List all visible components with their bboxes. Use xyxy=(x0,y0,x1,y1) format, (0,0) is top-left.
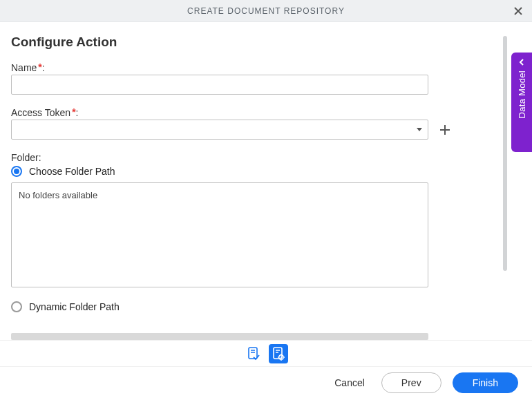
radio-icon-unchecked xyxy=(11,301,22,312)
folder-label: Folder: xyxy=(11,152,518,163)
required-asterisk: * xyxy=(38,61,41,73)
disabled-strip xyxy=(11,333,428,340)
folder-list-box[interactable]: No folders available xyxy=(11,182,428,287)
field-name: Name*: xyxy=(11,62,518,95)
plus-icon xyxy=(439,124,451,136)
document-check-button[interactable] xyxy=(244,344,263,363)
folder-empty-text: No folders available xyxy=(19,190,97,200)
dynamic-folder-path-label: Dynamic Folder Path xyxy=(29,301,120,312)
cancel-button[interactable]: Cancel xyxy=(329,373,370,392)
field-folder: Folder: Choose Folder Path No folders av… xyxy=(11,152,518,312)
radio-choose-folder-path[interactable]: Choose Folder Path xyxy=(11,166,518,177)
document-check-icon xyxy=(246,346,261,361)
choose-folder-path-label: Choose Folder Path xyxy=(29,166,115,177)
close-button[interactable] xyxy=(511,4,525,18)
svg-point-7 xyxy=(281,357,282,358)
radio-dynamic-folder-path[interactable]: Dynamic Folder Path xyxy=(11,301,518,312)
required-asterisk: * xyxy=(72,106,75,117)
mid-toolbar xyxy=(0,340,532,366)
name-label: Name xyxy=(11,62,37,73)
access-token-label: Access Token xyxy=(11,107,70,118)
svg-rect-4 xyxy=(249,348,257,359)
close-icon xyxy=(513,6,523,16)
radio-icon-checked xyxy=(11,166,22,177)
dialog-title: CREATE DOCUMENT REPOSITORY xyxy=(187,6,345,16)
content-area: Configure Action Name*: Access Token*: F… xyxy=(0,22,532,340)
access-token-select[interactable] xyxy=(11,120,428,140)
access-token-label-row: Access Token*: xyxy=(11,107,518,118)
chevron-down-icon xyxy=(417,128,422,131)
section-heading: Configure Action xyxy=(11,35,518,50)
name-input[interactable] xyxy=(11,75,428,95)
field-access-token: Access Token*: xyxy=(11,107,518,140)
data-model-drawer-tab[interactable]: Data Model xyxy=(511,53,532,152)
name-label-row: Name*: xyxy=(11,62,518,73)
data-model-label: Data Model xyxy=(517,70,527,118)
chevron-left-icon xyxy=(517,58,526,66)
document-settings-button[interactable] xyxy=(269,344,288,363)
scrollbar[interactable] xyxy=(503,36,507,271)
document-gear-icon xyxy=(271,346,286,361)
dialog-titlebar: CREATE DOCUMENT REPOSITORY xyxy=(0,0,532,22)
finish-button[interactable]: Finish xyxy=(453,372,518,393)
add-access-token-button[interactable] xyxy=(437,122,453,138)
colon: : xyxy=(42,62,45,73)
prev-button[interactable]: Prev xyxy=(381,372,441,393)
dialog-footer: Cancel Prev Finish xyxy=(0,366,532,398)
colon: : xyxy=(76,107,79,118)
